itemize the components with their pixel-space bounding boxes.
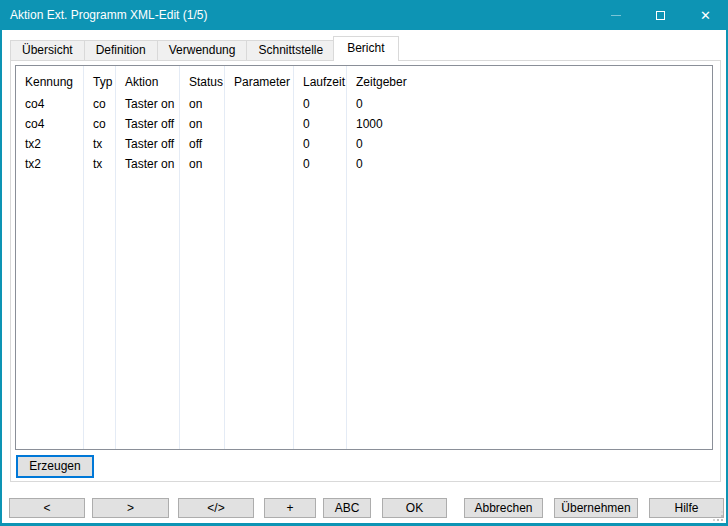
resize-grip[interactable]	[714, 512, 724, 522]
resize-grip-icon	[721, 519, 723, 521]
table-column-kennung: Kennung co4 co4 tx2 tx2	[16, 66, 84, 449]
table-column-status: Status on on off on	[180, 66, 225, 449]
tab-uebersicht[interactable]: Übersicht	[10, 40, 85, 61]
table-column-parameter: Parameter	[225, 66, 294, 449]
minimize-icon	[611, 15, 621, 16]
table-cell[interactable]	[225, 154, 293, 174]
table-cell[interactable]: tx	[84, 134, 115, 154]
dialog-client-area: Übersicht Definition Verwendung Schnitts…	[2, 30, 726, 523]
erzeugen-button[interactable]: Erzeugen	[16, 455, 94, 478]
next-button[interactable]: >	[92, 498, 169, 518]
table-cell[interactable]: off	[180, 134, 224, 154]
table-column-laufzeit: Laufzeit 0 0 0 0	[294, 66, 347, 449]
minimize-button[interactable]	[593, 0, 638, 30]
tab-strip: Übersicht Definition Verwendung Schnitts…	[10, 36, 397, 61]
table-cell[interactable]: co4	[16, 114, 83, 134]
table-cell[interactable]: on	[180, 114, 224, 134]
table-cell[interactable]: co4	[16, 94, 83, 114]
table-cell[interactable]: co	[84, 114, 115, 134]
table-cell[interactable]: 0	[294, 114, 346, 134]
table-cell[interactable]: 0	[347, 94, 712, 114]
table-cell[interactable]: tx2	[16, 154, 83, 174]
table-cell[interactable]: Taster on	[116, 94, 179, 114]
table-cell[interactable]: Taster off	[116, 134, 179, 154]
table-column-typ: Typ co co tx tx	[84, 66, 116, 449]
column-header: Typ	[84, 66, 115, 94]
column-header: Status	[180, 66, 224, 94]
titlebar: Aktion Ext. Programm XML-Edit (1/5) ✕	[0, 0, 728, 30]
close-icon: ✕	[700, 9, 711, 22]
dialog-window: Aktion Ext. Programm XML-Edit (1/5) ✕ Üb…	[0, 0, 728, 526]
column-header: Zeitgeber	[347, 66, 712, 94]
uebernehmen-button[interactable]: Übernehmen	[554, 498, 638, 518]
abbrechen-button[interactable]: Abbrechen	[464, 498, 543, 518]
maximize-button[interactable]	[638, 0, 683, 30]
table-cell[interactable]: Taster off	[116, 114, 179, 134]
table-cell[interactable]	[225, 94, 293, 114]
table-cell[interactable]	[225, 134, 293, 154]
add-button[interactable]: +	[264, 498, 316, 518]
table-cell[interactable]: Taster on	[116, 154, 179, 174]
column-header: Laufzeit	[294, 66, 346, 94]
table-cell[interactable]: co	[84, 94, 115, 114]
caption-buttons: ✕	[593, 0, 728, 30]
tab-definition[interactable]: Definition	[85, 40, 158, 61]
report-table[interactable]: Kennung co4 co4 tx2 tx2 Typ co co tx tx …	[15, 65, 713, 450]
tab-schnittstelle[interactable]: Schnittstelle	[247, 40, 335, 61]
window-title: Aktion Ext. Programm XML-Edit (1/5)	[0, 8, 593, 22]
table-cell[interactable]	[225, 114, 293, 134]
column-header: Aktion	[116, 66, 179, 94]
hilfe-button[interactable]: Hilfe	[649, 498, 724, 518]
table-cell[interactable]: 0	[347, 134, 712, 154]
tab-bericht[interactable]: Bericht	[333, 36, 398, 61]
table-cell[interactable]: on	[180, 94, 224, 114]
abc-button[interactable]: ABC	[323, 498, 371, 518]
close-button[interactable]: ✕	[683, 0, 728, 30]
column-header: Parameter	[225, 66, 293, 94]
table-cell[interactable]: 0	[347, 154, 712, 174]
table-cell[interactable]: 0	[294, 154, 346, 174]
ok-button[interactable]: OK	[382, 498, 447, 518]
tab-verwendung[interactable]: Verwendung	[158, 40, 248, 61]
xml-button[interactable]: </>	[178, 498, 254, 518]
table-cell[interactable]: tx	[84, 154, 115, 174]
column-header: Kennung	[16, 66, 83, 94]
table-cell[interactable]: on	[180, 154, 224, 174]
maximize-icon	[656, 11, 665, 20]
table-cell[interactable]: 0	[294, 134, 346, 154]
table-column-aktion: Aktion Taster on Taster off Taster off T…	[116, 66, 180, 449]
table-cell[interactable]: tx2	[16, 134, 83, 154]
table-column-zeitgeber: Zeitgeber 0 1000 0 0	[347, 66, 712, 449]
table-cell[interactable]: 0	[294, 94, 346, 114]
table-cell[interactable]: 1000	[347, 114, 712, 134]
prev-button[interactable]: <	[9, 498, 85, 518]
